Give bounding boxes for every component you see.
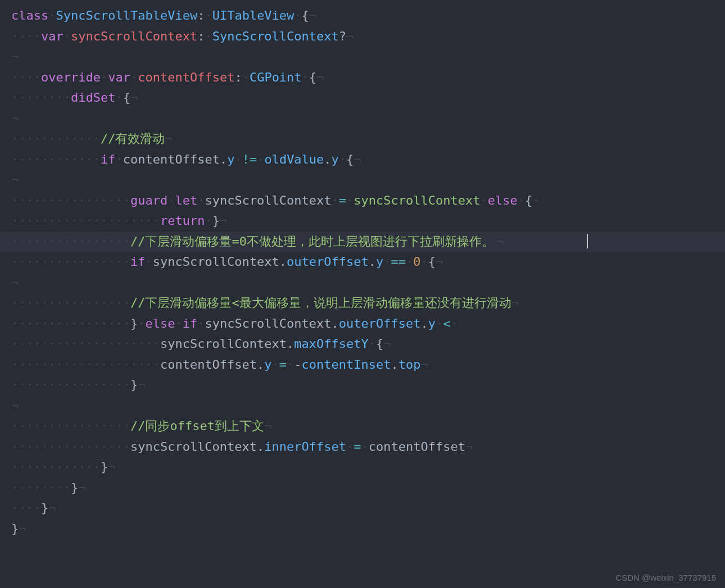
keyword-class: class [11, 8, 48, 22]
operator-lt: < [443, 316, 450, 331]
comment: //有效滑动 [101, 132, 165, 146]
code-line: class·SyncScrollTableView:·UITableView·{… [0, 6, 725, 26]
code-line: ················syncScrollContext.innerO… [0, 437, 725, 458]
keyword-return: return [160, 214, 205, 228]
code-line: ¬ [0, 108, 725, 129]
keyword-guard: guard [130, 193, 167, 207]
superclass-name: UITableView [212, 8, 294, 22]
operator-assign: = [354, 440, 361, 454]
operator-neq: != [242, 152, 257, 166]
keyword-let: let [175, 193, 197, 207]
identifier: syncScrollContext [130, 440, 257, 454]
comment: //下层滑动偏移量<最大偏移量，说明上层滑动偏移量还没有进行滑动 [130, 296, 511, 310]
number-literal: 0 [413, 255, 420, 269]
identifier: contentOffset [160, 358, 257, 372]
code-line: ················//下层滑动偏移量<最大偏移量，说明上层滑动偏移… [0, 293, 725, 314]
property: top [398, 358, 421, 372]
keyword-else: else [145, 316, 175, 331]
property: y [227, 152, 234, 166]
property: maxOffsetY [294, 337, 368, 351]
identifier: oldValue [264, 152, 324, 166]
keyword-didset: didSet [71, 91, 115, 105]
identifier: syncScrollContext [153, 255, 279, 269]
identifier: contentOffset [123, 152, 220, 166]
code-line: ····················syncScrollContext.ma… [0, 334, 725, 355]
type-name: CGPoint [250, 70, 302, 84]
watermark: CSDN @weixin_37737915 [615, 573, 716, 582]
property: y [376, 255, 383, 269]
operator-eq: == [391, 255, 406, 269]
identifier: contentOffset [369, 440, 465, 454]
property: y [332, 152, 339, 166]
keyword-override: override [41, 70, 101, 84]
identifier: syncScrollContext [205, 316, 331, 331]
property: innerOffset [264, 440, 346, 454]
code-line: ················}¬ [0, 375, 725, 396]
code-line: ····}¬ [0, 498, 725, 519]
code-line: }¬ [0, 519, 725, 540]
type-name: SyncScrollTableView [56, 8, 197, 22]
identifier: syncScrollContext [354, 193, 480, 207]
code-line: ····var·syncScrollContext:·SyncScrollCon… [0, 26, 725, 47]
keyword-var: var [108, 70, 130, 84]
code-editor[interactable]: class·SyncScrollTableView:·UITableView·{… [0, 0, 725, 588]
comment: //下层滑动偏移量=0不做处理，此时上层视图进行下拉刷新操作。 [130, 234, 494, 248]
code-line: ················guard·let·syncScrollCont… [0, 191, 725, 211]
code-line: ················}·else·if·syncScrollCont… [0, 314, 725, 334]
identifier: contentInset [302, 358, 391, 372]
operator-assign: = [279, 358, 287, 372]
identifier: syncScrollContext [71, 29, 197, 43]
operator-assign: = [339, 193, 346, 207]
text-caret [587, 234, 588, 248]
code-line: ····················return·}¬ [0, 211, 725, 232]
code-line: ¬ [0, 170, 725, 191]
code-line-current: ················//下层滑动偏移量=0不做处理，此时上层视图进行… [0, 232, 725, 252]
keyword-if: if [130, 255, 146, 269]
code-line: ············}¬ [0, 457, 725, 478]
comment: //同步offset到上下文 [130, 419, 264, 433]
identifier: syncScrollContext [205, 193, 331, 207]
keyword-var: var [41, 29, 64, 43]
code-line: ············if·contentOffset.y·!=·oldVal… [0, 150, 725, 170]
identifier: syncScrollContext [160, 337, 287, 351]
keyword-else: else [488, 193, 518, 207]
identifier: contentOffset [138, 70, 234, 84]
keyword-if: if [101, 152, 116, 166]
type-name: SyncScrollContext [212, 29, 339, 43]
newline-marker: ¬ [309, 8, 316, 22]
keyword-if: if [183, 316, 198, 331]
code-line: ············//有效滑动¬ [0, 129, 725, 150]
code-line: ················if·syncScrollContext.out… [0, 252, 725, 273]
code-line: ····override·var·contentOffset:·CGPoint·… [0, 67, 725, 88]
code-line: ····················contentOffset.y·=·-c… [0, 355, 725, 376]
code-line: ¬ [0, 47, 725, 67]
code-line: ········didSet·{¬ [0, 88, 725, 108]
property: y [264, 358, 271, 372]
code-line: ¬ [0, 396, 725, 417]
code-line: ················//同步offset到上下文¬ [0, 416, 725, 437]
property: y [428, 316, 436, 331]
code-line: ········}¬ [0, 478, 725, 499]
property: outerOffset [287, 255, 369, 269]
property: outerOffset [339, 316, 421, 331]
code-line: ¬ [0, 273, 725, 293]
